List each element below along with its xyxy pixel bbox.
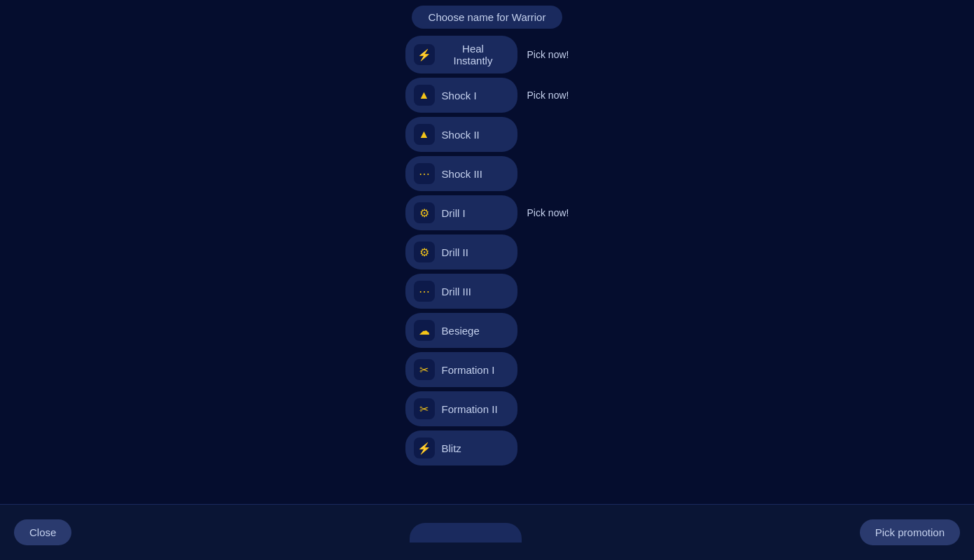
skill-row-drill-i: ⚙Drill IPick now!	[405, 195, 569, 230]
skill-icon-heal-instantly: ⚡	[414, 44, 435, 65]
skill-label-drill-ii: Drill II	[442, 246, 468, 258]
skill-label-shock-ii: Shock II	[442, 129, 480, 141]
skill-row-shock-i: ▲Shock IPick now!	[405, 78, 569, 113]
skill-label-drill-iii: Drill III	[442, 286, 472, 298]
skill-button-drill-i[interactable]: ⚙Drill I	[405, 195, 517, 230]
skill-button-shock-i[interactable]: ▲Shock I	[405, 78, 517, 113]
skill-row-drill-iii: ⋯Drill III	[405, 274, 569, 309]
skill-label-blitz: Blitz	[442, 442, 461, 454]
skill-row-shock-iii: ⋯Shock III	[405, 156, 569, 191]
skill-icon-besiege: ☁	[414, 320, 435, 341]
partial-skill-btn	[410, 523, 522, 542]
skill-button-formation-i[interactable]: ✂Formation I	[405, 352, 517, 387]
skill-button-shock-iii[interactable]: ⋯Shock III	[405, 156, 517, 191]
skill-button-heal-instantly[interactable]: ⚡Heal Instantly	[405, 36, 517, 74]
skill-button-besiege[interactable]: ☁Besiege	[405, 313, 517, 348]
skill-label-formation-ii: Formation II	[442, 403, 498, 415]
skill-icon-blitz: ⚡	[414, 438, 435, 458]
skill-label-formation-i: Formation I	[442, 364, 495, 376]
skill-icon-drill-iii: ⋯	[414, 281, 435, 302]
pick-now-heal-instantly: Pick now!	[527, 49, 569, 60]
skill-row-formation-ii: ✂Formation II	[405, 391, 569, 426]
skill-row-besiege: ☁Besiege	[405, 313, 569, 348]
skill-row-drill-ii: ⚙Drill II	[405, 234, 569, 270]
pick-now-drill-i: Pick now!	[527, 207, 569, 218]
skill-icon-shock-i: ▲	[414, 85, 435, 106]
bottom-bar: Close Pick promotion	[0, 504, 974, 560]
skill-icon-drill-ii: ⚙	[414, 241, 435, 262]
skills-list: ⚡Heal InstantlyPick now!▲Shock IPick now…	[405, 36, 569, 470]
skill-button-drill-iii[interactable]: ⋯Drill III	[405, 274, 517, 309]
skill-button-drill-ii[interactable]: ⚙Drill II	[405, 234, 517, 270]
skill-icon-drill-i: ⚙	[414, 202, 435, 223]
skill-button-formation-ii[interactable]: ✂Formation II	[405, 391, 517, 426]
skill-label-shock-iii: Shock III	[442, 168, 482, 180]
skill-button-blitz[interactable]: ⚡Blitz	[405, 430, 517, 465]
pick-promotion-button[interactable]: Pick promotion	[860, 519, 960, 545]
skill-row-shock-ii: ▲Shock II	[405, 117, 569, 152]
skill-icon-formation-ii: ✂	[414, 398, 435, 419]
page-title: Choose name for Warrior	[412, 6, 563, 29]
skill-label-besiege: Besiege	[442, 325, 480, 337]
skill-icon-shock-iii: ⋯	[414, 163, 435, 184]
skill-label-drill-i: Drill I	[442, 207, 466, 219]
skill-label-shock-i: Shock I	[442, 90, 477, 102]
main-content: Choose name for Warrior ⚡Heal InstantlyP…	[0, 0, 974, 476]
skill-icon-formation-i: ✂	[414, 359, 435, 380]
skill-label-heal-instantly: Heal Instantly	[442, 43, 505, 66]
skill-button-shock-ii[interactable]: ▲Shock II	[405, 117, 517, 152]
skill-icon-shock-ii: ▲	[414, 124, 435, 145]
pick-now-shock-i: Pick now!	[527, 90, 569, 101]
skill-row-blitz: ⚡Blitz	[405, 430, 569, 465]
skill-row-formation-i: ✂Formation I	[405, 352, 569, 387]
skill-row-heal-instantly: ⚡Heal InstantlyPick now!	[405, 36, 569, 74]
close-button[interactable]: Close	[14, 519, 71, 545]
